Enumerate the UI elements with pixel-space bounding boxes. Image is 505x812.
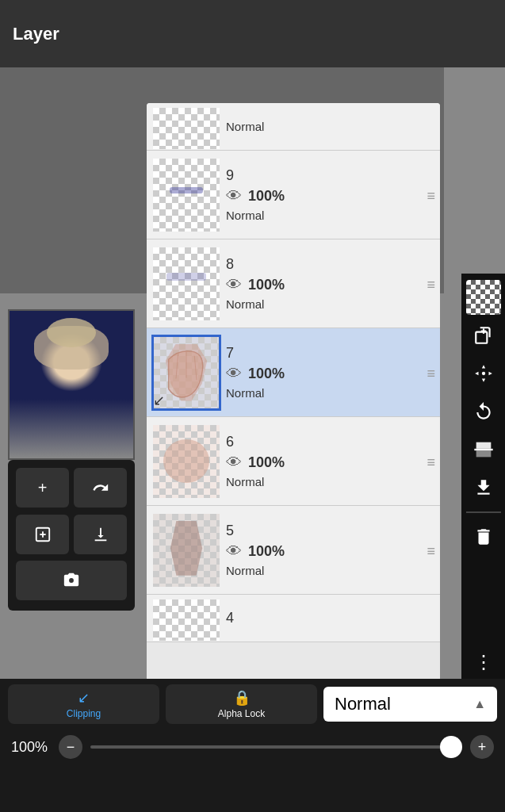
table-row[interactable]: 5 👁 100% ≡ Normal xyxy=(147,506,440,595)
layer-thumb-top xyxy=(151,106,221,147)
clipping-icon: ↙ xyxy=(78,689,90,707)
layer-menu-icon-5[interactable]: ≡ xyxy=(427,543,435,560)
svg-point-9 xyxy=(481,372,484,375)
svg-rect-11 xyxy=(476,450,491,457)
layer-thumb-5 xyxy=(151,512,221,588)
visibility-icon-5[interactable]: 👁 xyxy=(226,542,242,561)
layer-info-8: 8 👁 100% ≡ Normal xyxy=(226,256,435,311)
opacity-increase-button[interactable]: + xyxy=(470,735,494,759)
clipping-button[interactable]: ↙ Clipping xyxy=(8,684,159,724)
layer-number-9: 9 xyxy=(226,167,234,184)
bottom-toolbar: 100% − + xyxy=(0,730,505,812)
layer-opacity-6: 100% xyxy=(248,454,285,471)
layer-info-5: 5 👁 100% ≡ Normal xyxy=(226,523,435,577)
flip-vertical-button[interactable] xyxy=(466,432,501,467)
layer-info-4: 4 xyxy=(226,610,435,626)
visibility-icon-6[interactable]: 👁 xyxy=(226,454,242,472)
svg-rect-6 xyxy=(476,332,487,343)
alpha-lock-label: Alpha Lock xyxy=(218,708,265,719)
layer-number-6: 6 xyxy=(226,434,234,450)
layer-item-top[interactable]: Normal xyxy=(147,103,440,151)
checkerboard-button[interactable] xyxy=(466,280,501,315)
blend-mode-button[interactable]: Normal ▲ xyxy=(323,687,497,722)
preview-image xyxy=(8,309,135,460)
table-row[interactable]: 6 👁 100% ≡ Normal xyxy=(147,417,440,506)
visibility-icon-9[interactable]: 👁 xyxy=(226,187,242,205)
canvas-preview xyxy=(10,311,133,458)
layer-number-4: 4 xyxy=(226,610,234,626)
table-row[interactable]: 9 👁 100% ≡ Normal xyxy=(147,151,440,239)
layer-menu-icon-8[interactable]: ≡ xyxy=(427,277,435,293)
layer-list[interactable]: Normal 9 👁 100% ≡ Normal xyxy=(147,103,440,702)
move-button[interactable] xyxy=(466,356,501,391)
layer-info-9: 9 👁 100% ≡ Normal xyxy=(226,167,435,222)
redo-right-button[interactable] xyxy=(466,394,501,429)
delete-button[interactable] xyxy=(466,519,501,554)
page-title: Layer xyxy=(13,24,59,44)
table-row[interactable]: 8 👁 100% ≡ Normal xyxy=(147,239,440,328)
header: Layer xyxy=(0,0,505,67)
layer-blend-6: Normal xyxy=(226,475,264,488)
layer-blend-8: Normal xyxy=(226,297,264,311)
opacity-value: 100% xyxy=(11,739,51,756)
layer-opacity-7: 100% xyxy=(248,366,285,382)
layer-number-7: 7 xyxy=(226,345,234,362)
layer-info-6: 6 👁 100% ≡ Normal xyxy=(226,434,435,488)
add-group-button[interactable] xyxy=(16,515,69,554)
add-layer-button[interactable]: + xyxy=(16,468,69,508)
merge-button[interactable] xyxy=(74,515,127,554)
more-options-button[interactable]: ⋮ xyxy=(466,645,501,680)
copy-layers-button[interactable] xyxy=(466,318,501,353)
table-row[interactable]: 4 xyxy=(147,595,440,642)
layer-blend-7: Normal xyxy=(226,386,264,400)
layer-menu-icon-9[interactable]: ≡ xyxy=(427,188,435,205)
layer-number-8: 8 xyxy=(226,256,234,273)
layer-info-7: 7 👁 100% ≡ Normal xyxy=(226,345,435,400)
opacity-row: 100% − + xyxy=(0,730,505,764)
opacity-slider[interactable] xyxy=(90,745,462,749)
table-row[interactable]: ↙ 7 👁 100% ≡ Normal xyxy=(147,328,440,417)
layer-menu-icon-6[interactable]: ≡ xyxy=(427,454,435,471)
action-bar: ↙ Clipping 🔒 Alpha Lock Normal ▲ xyxy=(0,679,505,730)
slider-thumb[interactable] xyxy=(440,736,462,758)
opacity-decrease-button[interactable]: − xyxy=(59,735,82,759)
layer-thumb-4 xyxy=(151,598,221,639)
camera-button[interactable] xyxy=(16,561,127,600)
blend-mode-arrow-icon: ▲ xyxy=(473,697,486,711)
layer-info-top: Normal xyxy=(226,120,435,133)
svg-line-5 xyxy=(176,353,178,378)
left-controls-panel: + xyxy=(8,460,135,611)
alpha-lock-button[interactable]: 🔒 Alpha Lock xyxy=(166,684,317,724)
right-toolbar: ⋮ xyxy=(461,274,505,686)
layer-blend-9: Normal xyxy=(226,209,264,222)
layer-opacity-9: 100% xyxy=(248,188,285,205)
layer-thumb-9 xyxy=(151,157,221,233)
layer-opacity-5: 100% xyxy=(248,543,285,560)
redo-button[interactable] xyxy=(74,468,127,508)
layer-opacity-8: 100% xyxy=(248,277,285,293)
visibility-icon-8[interactable]: 👁 xyxy=(226,276,242,294)
merge-down-button[interactable] xyxy=(466,470,501,505)
svg-rect-10 xyxy=(476,442,491,449)
visibility-icon-7[interactable]: 👁 xyxy=(226,365,242,383)
layer-blend-5: Normal xyxy=(226,564,264,577)
alpha-lock-icon: 🔒 xyxy=(233,689,251,707)
app-container: Layer + xyxy=(0,0,505,812)
layer-blend-top: Normal xyxy=(226,120,264,133)
layer-thumb-8 xyxy=(151,246,221,322)
layer-menu-icon-7[interactable]: ≡ xyxy=(427,366,435,382)
layer-panel: Normal 9 👁 100% ≡ Normal xyxy=(147,103,440,702)
svg-line-4 xyxy=(194,355,197,380)
blend-mode-label: Normal xyxy=(335,694,391,714)
layer-thumb-6 xyxy=(151,423,221,500)
clipping-label: Clipping xyxy=(67,708,101,719)
layer-number-5: 5 xyxy=(226,523,234,539)
